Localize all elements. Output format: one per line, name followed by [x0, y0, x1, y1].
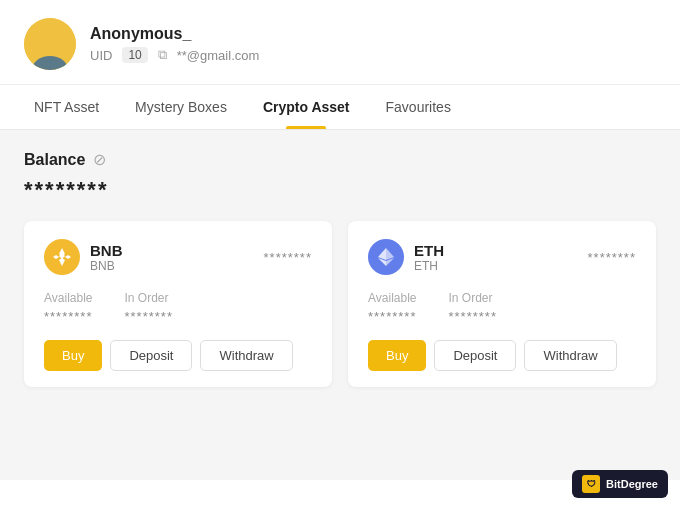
- profile-name: Anonymous_: [90, 25, 259, 43]
- copy-icon[interactable]: ⧉: [158, 47, 167, 63]
- tab-mystery-boxes[interactable]: Mystery Boxes: [117, 85, 245, 129]
- tab-bar: NFT Asset Mystery Boxes Crypto Asset Fav…: [0, 85, 680, 130]
- eth-ticker: ETH: [414, 259, 444, 273]
- eth-balance: ********: [588, 250, 636, 265]
- bnb-in-order-value: ********: [124, 309, 172, 324]
- bnb-card: BNB BNB ******** Available ******** In O…: [24, 221, 332, 387]
- balance-section: Balance ⊘ ********: [24, 150, 656, 203]
- bnb-available-value: ********: [44, 309, 92, 324]
- svg-marker-6: [65, 255, 71, 259]
- bnb-in-order-label: In Order: [124, 291, 172, 305]
- eth-icon: [368, 239, 404, 275]
- bnb-in-order: In Order ********: [124, 291, 172, 324]
- eth-available-value: ********: [368, 309, 416, 324]
- bitdegree-badge: 🛡 BitDegree: [572, 470, 668, 498]
- bnb-available: Available ********: [44, 291, 92, 324]
- eth-coin-info: ETH ETH: [368, 239, 444, 275]
- bnb-withdraw-button[interactable]: Withdraw: [200, 340, 292, 371]
- bitdegree-label: BitDegree: [606, 478, 658, 490]
- balance-title: Balance: [24, 151, 85, 169]
- tab-favourites[interactable]: Favourites: [368, 85, 469, 129]
- svg-marker-8: [378, 248, 386, 260]
- eth-actions: Buy Deposit Withdraw: [368, 340, 636, 371]
- bitdegree-shield-icon: 🛡: [582, 475, 600, 493]
- bnb-available-label: Available: [44, 291, 92, 305]
- balance-label-row: Balance ⊘: [24, 150, 656, 169]
- bnb-buy-button[interactable]: Buy: [44, 340, 102, 371]
- eth-card: ETH ETH ******** Available ******** In O…: [348, 221, 656, 387]
- eth-withdraw-button[interactable]: Withdraw: [524, 340, 616, 371]
- profile-info: Anonymous_ UID 10 ⧉ **@gmail.com: [90, 25, 259, 63]
- bnb-actions: Buy Deposit Withdraw: [44, 340, 312, 371]
- svg-marker-4: [59, 258, 65, 266]
- tab-nft-asset[interactable]: NFT Asset: [16, 85, 117, 129]
- svg-marker-9: [386, 248, 394, 260]
- eth-deposit-button[interactable]: Deposit: [434, 340, 516, 371]
- svg-point-1: [40, 28, 60, 48]
- uid-label: UID: [90, 48, 112, 63]
- profile-meta: UID 10 ⧉ **@gmail.com: [90, 47, 259, 63]
- bnb-name: BNB: [90, 242, 123, 259]
- balance-value: ********: [24, 177, 656, 203]
- eth-in-order: In Order ********: [448, 291, 496, 324]
- avatar: [24, 18, 76, 70]
- email-display: **@gmail.com: [177, 48, 260, 63]
- eth-in-order-label: In Order: [448, 291, 496, 305]
- eth-card-top: ETH ETH ********: [368, 239, 636, 275]
- content-area: Balance ⊘ ********: [0, 130, 680, 480]
- bnb-deposit-button[interactable]: Deposit: [110, 340, 192, 371]
- eth-name: ETH: [414, 242, 444, 259]
- bnb-card-top: BNB BNB ********: [44, 239, 312, 275]
- bnb-ticker: BNB: [90, 259, 123, 273]
- bnb-balance: ********: [264, 250, 312, 265]
- bnb-name-wrap: BNB BNB: [90, 242, 123, 273]
- eth-available: Available ********: [368, 291, 416, 324]
- svg-marker-5: [53, 255, 59, 259]
- tab-crypto-asset[interactable]: Crypto Asset: [245, 85, 368, 129]
- bnb-icon: [44, 239, 80, 275]
- bnb-coin-info: BNB BNB: [44, 239, 123, 275]
- bnb-stats: Available ******** In Order ********: [44, 291, 312, 324]
- toggle-balance-icon[interactable]: ⊘: [93, 150, 106, 169]
- eth-stats: Available ******** In Order ********: [368, 291, 636, 324]
- eth-available-label: Available: [368, 291, 416, 305]
- cards-row: BNB BNB ******** Available ******** In O…: [24, 221, 656, 387]
- uid-value: 10: [122, 47, 147, 63]
- profile-header: Anonymous_ UID 10 ⧉ **@gmail.com: [0, 0, 680, 85]
- eth-name-wrap: ETH ETH: [414, 242, 444, 273]
- eth-buy-button[interactable]: Buy: [368, 340, 426, 371]
- eth-in-order-value: ********: [448, 309, 496, 324]
